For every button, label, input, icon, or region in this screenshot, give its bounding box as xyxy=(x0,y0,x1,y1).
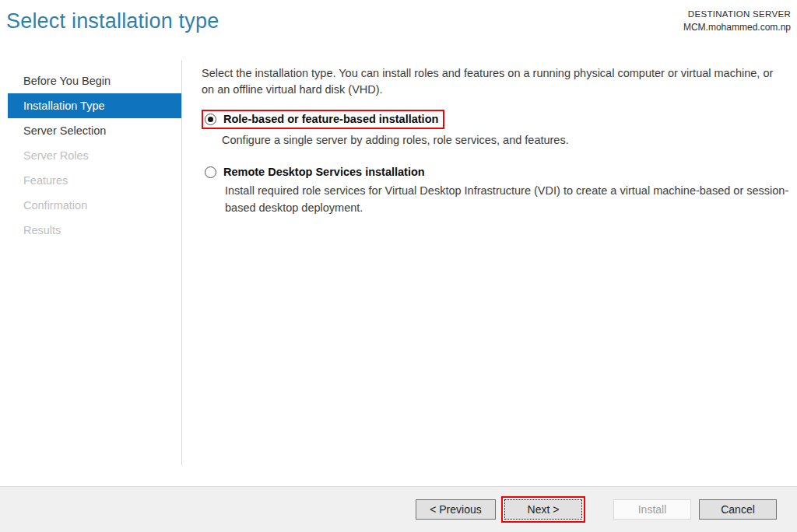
next-button[interactable]: Next > xyxy=(504,499,582,520)
radio-remote-desktop[interactable] xyxy=(205,166,216,178)
option-remote-desktop-description: Install required role services for Virtu… xyxy=(225,182,797,216)
sidebar-divider xyxy=(181,61,182,465)
wizard-footer: < Previous Next > Install Cancel xyxy=(0,486,797,532)
sidebar-item-results: Results xyxy=(0,218,181,243)
option-role-based: Role-based or feature-based installation… xyxy=(202,110,785,149)
destination-server-name: MCM.mohammed.com.np xyxy=(683,21,791,34)
option-role-based-description: Configure a single server by adding role… xyxy=(222,131,797,149)
radio-role-based[interactable] xyxy=(205,114,216,125)
installation-type-pane: Select the installation type. You can in… xyxy=(202,65,785,216)
sidebar-item-before-you-begin[interactable]: Before You Begin xyxy=(0,68,181,93)
annotation-box-next: Next > xyxy=(501,496,585,523)
page-title: Select installation type xyxy=(6,9,219,33)
sidebar-item-server-roles: Server Roles xyxy=(0,143,181,168)
option-remote-desktop: Remote Desktop Services installation Ins… xyxy=(202,166,785,216)
sidebar-item-server-selection[interactable]: Server Selection xyxy=(0,118,181,143)
annotation-box-role-based: Role-based or feature-based installation xyxy=(202,110,444,129)
cancel-button[interactable]: Cancel xyxy=(699,499,777,520)
sidebar-item-features: Features xyxy=(0,168,181,193)
radio-dot xyxy=(208,117,213,122)
destination-server-label: DESTINATION SERVER xyxy=(683,8,791,21)
previous-button[interactable]: < Previous xyxy=(416,499,496,520)
option-role-based-label[interactable]: Role-based or feature-based installation xyxy=(223,113,438,125)
option-remote-desktop-label[interactable]: Remote Desktop Services installation xyxy=(223,166,425,178)
destination-server-block: DESTINATION SERVER MCM.mohammed.com.np xyxy=(683,8,791,34)
wizard-step-sidebar: Before You Begin Installation Type Serve… xyxy=(0,58,181,486)
sidebar-item-confirmation: Confirmation xyxy=(0,193,181,218)
page-description: Select the installation type. You can in… xyxy=(202,65,781,98)
sidebar-item-installation-type[interactable]: Installation Type xyxy=(8,93,181,118)
wizard-header: Select installation type DESTINATION SER… xyxy=(0,0,797,58)
install-button: Install xyxy=(613,499,691,520)
